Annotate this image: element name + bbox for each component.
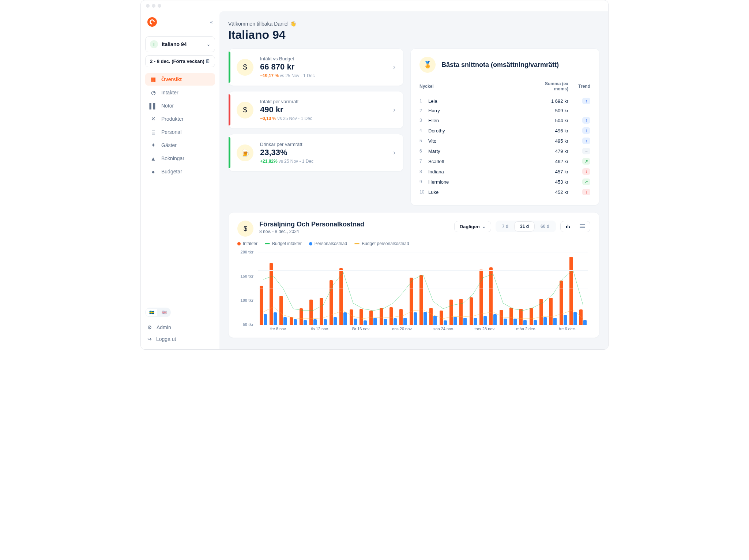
- nav-icon: ⌸: [150, 129, 156, 135]
- nav-icon: ▲: [150, 155, 156, 161]
- chevron-right-icon: ›: [393, 63, 395, 71]
- chart-title: Försäljning Och Personalkostnad: [259, 221, 364, 228]
- flag-en-icon[interactable]: 🇬🇧: [159, 309, 170, 316]
- bar-cost: [354, 319, 357, 325]
- bar-revenue: [360, 309, 363, 325]
- x-tick: sön 24 nov.: [423, 327, 464, 334]
- chevron-right-icon: ›: [393, 106, 395, 114]
- bar-cost: [493, 314, 497, 325]
- bar-revenue: [440, 311, 443, 325]
- nav-item-intäkter[interactable]: ◔Intäkter: [145, 86, 215, 99]
- language-toggle[interactable]: 🇸🇪 🇬🇧: [145, 308, 171, 317]
- nav-item-personal[interactable]: ⌸Personal: [145, 126, 215, 138]
- nav-item-produkter[interactable]: ✕Produkter: [145, 113, 215, 125]
- bar-cost: [444, 320, 447, 325]
- logout-link[interactable]: ↪ Logga ut: [145, 333, 215, 345]
- kpi-card-2[interactable]: 🍺 Drinkar per varmrätt 23,33% +21,82%vs …: [228, 134, 404, 172]
- trend-up-icon: ↑: [582, 138, 590, 144]
- best-avg-card: 🏅 Bästa snittnota (omsättning/varmrätt) …: [410, 48, 599, 206]
- nav-item-bokningar[interactable]: ▲Bokningar: [145, 152, 215, 165]
- bar-revenue: [339, 268, 343, 325]
- kpi-icon: $: [237, 59, 253, 76]
- bar-cost: [264, 314, 267, 325]
- main: Välkommen tillbaka Daniel 👋 Italiano 94 …: [219, 11, 608, 349]
- row-name: Scarlett: [428, 159, 532, 164]
- kpi-delta: −19,17 %vs 25 Nov - 1 Dec: [260, 73, 387, 78]
- bar-cost: [324, 319, 327, 325]
- table-row[interactable]: 8 Indiana 457 kr ↓: [419, 166, 590, 177]
- chart-card: $ Försäljning Och Personalkostnad 8 nov.…: [228, 212, 599, 338]
- x-tick: tis 12 nov.: [299, 327, 340, 334]
- kpi-value: 23,33%: [260, 148, 387, 157]
- nav-item-gäster[interactable]: ✦Gäster: [145, 139, 215, 151]
- bar-cost: [433, 316, 437, 325]
- trend-up-icon: ↑: [582, 127, 590, 134]
- calendar-icon: 🗓: [206, 59, 210, 64]
- date-range-picker[interactable]: 2 - 8 dec. (Förra veckan) 🗓: [145, 55, 215, 67]
- row-sum: 495 kr: [532, 138, 568, 144]
- row-name: Harry: [428, 108, 532, 113]
- kpi-delta: −0,13 %vs 25 Nov - 1 Dec: [260, 116, 387, 121]
- list-view-button[interactable]: [575, 222, 589, 231]
- bar-revenue: [399, 309, 403, 325]
- table-row[interactable]: 3 Ellen 504 kr ↑: [419, 115, 590, 125]
- nav-label: Gäster: [161, 142, 177, 148]
- admin-link[interactable]: ⚙ Admin: [145, 322, 215, 333]
- nav-label: Budgetar: [161, 169, 182, 174]
- row-sum: 453 kr: [532, 179, 568, 185]
- bar-revenue: [389, 307, 393, 325]
- table-row[interactable]: 1 Leia 1 692 kr ↑: [419, 96, 590, 106]
- bar-revenue: [419, 275, 423, 325]
- kpi-accent: [229, 137, 230, 168]
- bar-revenue: [380, 308, 383, 325]
- table-row[interactable]: 5 Vito 495 kr ↑: [419, 136, 590, 146]
- row-name: Ellen: [428, 118, 532, 123]
- bar-revenue: [579, 309, 583, 325]
- table-row[interactable]: 2 Harry 509 kr: [419, 106, 590, 115]
- date-range-label: 2 - 8 dec. (Förra veckan): [150, 59, 204, 64]
- legend-budget-cost: Budget personalkostnad: [362, 241, 409, 246]
- table-row[interactable]: 9 Hermione 453 kr ↗: [419, 177, 590, 187]
- y-tick: 200 tkr: [237, 250, 256, 254]
- row-rank: 9: [419, 179, 428, 184]
- nav: ▦Översikt◔Intäkter▌▌Notor✕Produkter⌸Pers…: [145, 73, 215, 178]
- bar-cost: [313, 319, 317, 325]
- nav-icon: ▌▌: [150, 103, 156, 109]
- dollar-icon: $: [237, 221, 253, 237]
- kpi-card-0[interactable]: $ Intäkt vs Budget 66 870 kr −19,17 %vs …: [228, 48, 404, 86]
- range-60d[interactable]: 60 d: [535, 221, 555, 232]
- bar-cost: [414, 312, 417, 325]
- table-row[interactable]: 6 Marty 479 kr →: [419, 146, 590, 156]
- table-row[interactable]: 4 Dorothy 496 kr ↑: [419, 125, 590, 136]
- welcome-text: Välkommen tillbaka Daniel 👋: [228, 21, 599, 27]
- nav-icon: ◔: [150, 90, 156, 95]
- col-trend: Trend: [568, 84, 590, 89]
- kpi-card-1[interactable]: $ Intäkt per varmrätt 490 kr −0,13 %vs 2…: [228, 91, 404, 129]
- flag-se-icon[interactable]: 🇸🇪: [146, 309, 157, 316]
- chevron-down-icon: ⌄: [482, 224, 486, 229]
- frequency-dropdown[interactable]: Dagligen ⌄: [454, 221, 491, 232]
- frequency-label: Dagligen: [460, 224, 480, 229]
- bar-revenue: [429, 308, 433, 325]
- bar-revenue: [519, 309, 523, 325]
- bar-revenue: [479, 270, 483, 325]
- table-row[interactable]: 10 Luke 452 kr ↓: [419, 187, 590, 197]
- nav-item-översikt[interactable]: ▦Översikt: [145, 73, 215, 86]
- kpi-icon: $: [237, 102, 253, 119]
- org-name: Italiano 94: [162, 41, 187, 47]
- bar-cost: [474, 318, 477, 325]
- collapse-sidebar-icon[interactable]: «: [210, 19, 213, 25]
- table-row[interactable]: 7 Scarlett 462 kr ↗: [419, 156, 590, 166]
- nav-item-budgetar[interactable]: ●Budgetar: [145, 165, 215, 178]
- bar-cost: [564, 315, 567, 325]
- kpi-label: Intäkt vs Budget: [260, 56, 387, 61]
- org-selector[interactable]: I Italiano 94 ⌄: [145, 36, 215, 52]
- svg-rect-4: [580, 226, 585, 226]
- svg-rect-1: [568, 225, 568, 228]
- chart-view-button[interactable]: [561, 222, 575, 231]
- range-31d[interactable]: 31 d: [514, 221, 535, 232]
- kpi-label: Intäkt per varmrätt: [260, 99, 387, 104]
- range-7d[interactable]: 7 d: [496, 221, 514, 232]
- bar-revenue: [309, 300, 313, 325]
- nav-item-notor[interactable]: ▌▌Notor: [145, 99, 215, 112]
